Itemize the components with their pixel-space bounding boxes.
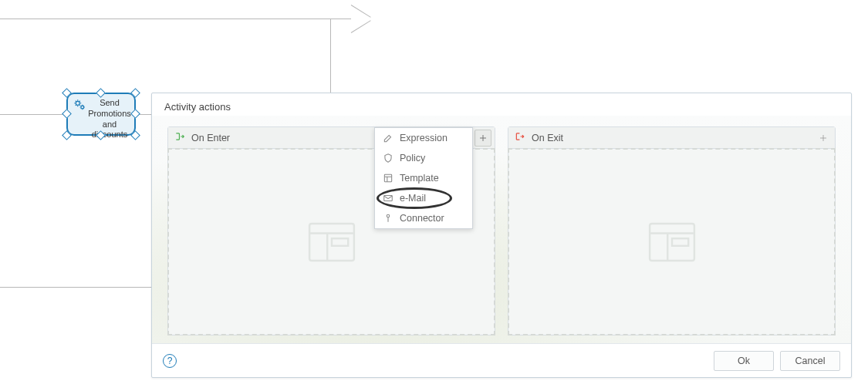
activity-node-label: Send Promotions and discounts bbox=[88, 98, 131, 140]
svg-rect-6 bbox=[332, 238, 348, 246]
exit-icon bbox=[515, 131, 525, 144]
menu-item-email[interactable]: e-Mail bbox=[375, 188, 472, 208]
template-icon bbox=[383, 173, 393, 184]
add-on-exit-button[interactable] bbox=[815, 130, 832, 147]
selection-handle[interactable] bbox=[130, 109, 140, 119]
flow-edge bbox=[0, 19, 351, 19]
enter-icon bbox=[174, 131, 185, 144]
menu-item-expression[interactable]: Expression bbox=[375, 128, 472, 148]
selection-handle[interactable] bbox=[62, 88, 72, 98]
svg-rect-8 bbox=[672, 238, 688, 246]
on-exit-dropzone[interactable] bbox=[508, 148, 836, 335]
edit-icon bbox=[383, 133, 393, 143]
menu-item-policy[interactable]: Policy bbox=[375, 148, 472, 168]
help-icon[interactable]: ? bbox=[163, 354, 177, 368]
flow-edge bbox=[0, 114, 66, 115]
svg-point-4 bbox=[387, 214, 390, 217]
selection-handle[interactable] bbox=[130, 130, 140, 140]
dialog-title: Activity actions bbox=[152, 93, 851, 116]
placeholder-icon bbox=[648, 222, 696, 262]
activity-node-send-promotions[interactable]: Send Promotions and discounts bbox=[66, 93, 136, 136]
on-enter-label: On Enter bbox=[191, 133, 230, 143]
on-exit-label: On Exit bbox=[532, 133, 563, 143]
connector-icon bbox=[383, 213, 393, 224]
add-on-enter-button[interactable] bbox=[475, 130, 491, 147]
gear-icon bbox=[73, 98, 86, 112]
menu-item-connector[interactable]: Connector bbox=[375, 208, 472, 228]
placeholder-icon bbox=[308, 222, 356, 262]
menu-item-template[interactable]: Template bbox=[375, 168, 472, 188]
selection-handle[interactable] bbox=[62, 109, 72, 119]
shield-icon bbox=[383, 153, 393, 163]
cancel-button[interactable]: Cancel bbox=[780, 351, 840, 371]
selection-handle[interactable] bbox=[62, 130, 72, 140]
ok-button[interactable]: Ok bbox=[714, 351, 774, 371]
svg-point-1 bbox=[81, 106, 84, 109]
mail-icon bbox=[383, 193, 393, 204]
activity-actions-dialog: Activity actions On Enter bbox=[151, 93, 852, 378]
selection-handle[interactable] bbox=[130, 88, 140, 98]
on-exit-zone: On Exit bbox=[508, 126, 836, 335]
svg-rect-2 bbox=[384, 174, 391, 181]
svg-point-0 bbox=[76, 101, 79, 105]
add-action-menu: Expression Policy Template bbox=[374, 127, 473, 229]
selection-handle[interactable] bbox=[96, 88, 106, 98]
on-enter-zone: On Enter Expression bbox=[167, 126, 495, 335]
